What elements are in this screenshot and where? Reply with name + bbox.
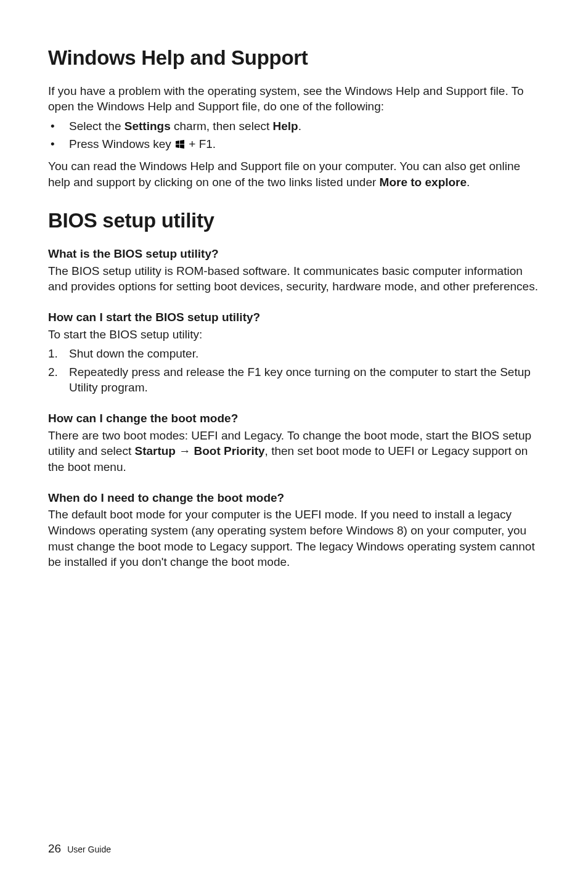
svg-marker-2 [176, 145, 179, 148]
text-fragment: . [298, 120, 301, 133]
svg-marker-3 [180, 145, 184, 149]
subheading: What is the BIOS setup utility? [48, 246, 540, 262]
page-number: 26 [48, 842, 61, 855]
paragraph: The BIOS setup utility is ROM-based soft… [48, 263, 540, 295]
section-title-bios: BIOS setup utility [48, 207, 540, 235]
document-page: Windows Help and Support If you have a p… [0, 0, 588, 895]
bold-text: Settings [125, 120, 171, 133]
subheading: How can I start the BIOS setup utility? [48, 309, 540, 325]
text-fragment: + F1. [186, 137, 216, 150]
bold-text: Boot Priority [194, 444, 265, 457]
list-item: Select the Settings charm, then select H… [48, 118, 540, 134]
subheading: How can I change the boot mode? [48, 411, 540, 427]
intro-paragraph: If you have a problem with the operating… [48, 83, 540, 115]
paragraph: To start the BIOS setup utility: [48, 327, 540, 343]
text-fragment: charm, then select [171, 120, 273, 133]
text-fragment: Press Windows key [69, 137, 174, 150]
svg-marker-0 [176, 141, 179, 144]
section-title-windows-help: Windows Help and Support [48, 44, 540, 72]
text-fragment: . [467, 176, 470, 189]
page-footer: 26User Guide [48, 841, 111, 857]
footer-label: User Guide [67, 844, 111, 854]
list-item: Press Windows key + F1. [48, 136, 540, 152]
paragraph: The default boot mode for your computer … [48, 507, 540, 570]
paragraph: You can read the Windows Help and Suppor… [48, 158, 540, 190]
text-fragment: → [176, 444, 194, 457]
bold-text: Help [273, 120, 298, 133]
subheading: When do I need to change the boot mode? [48, 490, 540, 506]
text-fragment: Select the [69, 120, 125, 133]
bold-text: More to explore [380, 176, 467, 189]
bullet-list: Select the Settings charm, then select H… [48, 118, 540, 152]
windows-key-icon [176, 140, 184, 149]
list-item: Repeatedly press and release the F1 key … [48, 364, 540, 396]
paragraph: There are two boot modes: UEFI and Legac… [48, 428, 540, 475]
numbered-list: Shut down the computer. Repeatedly press… [48, 346, 540, 396]
list-item: Shut down the computer. [48, 346, 540, 362]
svg-marker-1 [180, 140, 184, 144]
bold-text: Startup [134, 444, 176, 457]
